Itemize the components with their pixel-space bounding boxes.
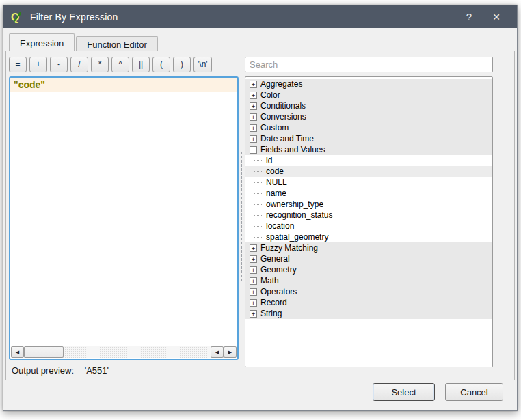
function-tree[interactable]: +Aggregates+Color+Conditionals+Conversio… — [245, 76, 493, 367]
tree-category-row[interactable]: +Conversions — [245, 111, 492, 122]
svg-text:Q: Q — [11, 12, 19, 23]
tree-row-label: name — [266, 188, 286, 199]
function-list-column: +Aggregates+Color+Conditionals+Conversio… — [245, 57, 493, 376]
tree-field-row[interactable]: location — [245, 221, 492, 232]
scrollbar-track[interactable] — [64, 346, 211, 358]
expand-icon[interactable]: + — [250, 266, 257, 274]
op-open-paren-button[interactable]: ( — [152, 57, 170, 72]
expression-editor[interactable]: "code" ◀ ◀ ▶ — [9, 76, 239, 360]
tree-row-label: spatial_geometry — [266, 232, 328, 242]
tree-row-label: Record — [260, 297, 287, 308]
select-button[interactable]: Select — [373, 383, 435, 401]
op-plus-button[interactable]: + — [29, 57, 47, 72]
scroll-left-icon[interactable]: ◀ — [211, 346, 224, 358]
tree-category-row[interactable]: +General — [245, 253, 492, 264]
tree-row-label: location — [266, 221, 294, 232]
tree-category-row[interactable]: +Custom — [245, 122, 492, 133]
tree-row-label: Color — [260, 89, 280, 100]
close-button[interactable]: ✕ — [483, 12, 510, 23]
op-minus-button[interactable]: - — [50, 57, 68, 72]
output-preview: Output preview: 'A551' — [9, 365, 239, 376]
tree-category-row[interactable]: +Math — [245, 275, 492, 286]
expand-icon[interactable]: + — [250, 124, 257, 132]
tree-category-row[interactable]: +Record — [245, 297, 492, 308]
splitter-grip-dots — [241, 151, 243, 281]
op-concat-button[interactable]: || — [132, 57, 150, 72]
tree-row-label: Aggregates — [260, 79, 302, 89]
tree-branch-connector — [254, 171, 263, 172]
tree-category-row[interactable]: +String — [245, 308, 492, 319]
scroll-left-icon[interactable]: ◀ — [11, 346, 24, 358]
expand-icon[interactable]: + — [250, 135, 257, 143]
tree-category-row[interactable]: +Date and Time — [245, 133, 492, 144]
tree-category-row[interactable]: +Geometry — [245, 264, 492, 275]
op-divide-button[interactable]: / — [70, 57, 88, 72]
tree-row-label: Conversions — [260, 111, 306, 122]
tree-row-label: recognition_status — [266, 210, 332, 221]
scrollbar-thumb[interactable] — [24, 346, 64, 358]
expand-icon[interactable]: + — [250, 299, 257, 307]
screen: Q Filter By Expression ? ✕ Expression Fu… — [0, 0, 521, 420]
expand-icon[interactable]: + — [250, 255, 257, 263]
pane-columns: = + - / * ^ || ( ) '\n' — [9, 57, 513, 376]
tree-category-row[interactable]: +Color — [245, 89, 492, 100]
op-equals-button[interactable]: = — [9, 57, 27, 72]
tree-category-row[interactable]: +Aggregates — [245, 79, 492, 89]
window-title: Filter By Expression — [30, 12, 455, 23]
tree-row-label: id — [266, 155, 272, 166]
help-button[interactable]: ? — [455, 11, 483, 23]
op-power-button[interactable]: ^ — [111, 57, 129, 72]
filter-by-expression-dialog: Q Filter By Expression ? ✕ Expression Fu… — [3, 5, 518, 411]
text-caret — [46, 81, 46, 90]
title-bar[interactable]: Q Filter By Expression ? ✕ — [3, 5, 517, 28]
tree-row-label: Geometry — [260, 264, 297, 275]
tree-field-row[interactable]: id — [245, 155, 492, 166]
tree-field-row[interactable]: recognition_status — [245, 210, 492, 221]
tree-field-row[interactable]: name — [245, 188, 492, 199]
tree-branch-connector — [254, 204, 263, 205]
expression-current-line[interactable]: "code" — [10, 78, 237, 92]
tree-row-label: Conditionals — [260, 100, 306, 111]
tree-branch-connector — [254, 237, 263, 238]
tree-branch-connector — [254, 182, 263, 183]
tree-row-label: ownership_type — [266, 199, 323, 210]
help-panel-splitter-handle[interactable] — [493, 57, 499, 376]
editor-horizontal-scrollbar[interactable]: ◀ ◀ ▶ — [11, 346, 237, 358]
op-multiply-button[interactable]: * — [91, 57, 109, 72]
tree-row-label: Math — [260, 275, 279, 286]
search-input[interactable] — [245, 57, 493, 72]
scrollbar-right-buttons: ◀ ▶ — [211, 346, 237, 358]
output-preview-label: Output preview: — [12, 365, 74, 376]
tree-field-row[interactable]: ownership_type — [245, 199, 492, 210]
tree-row-label: Date and Time — [260, 133, 314, 144]
op-close-paren-button[interactable]: ) — [173, 57, 191, 72]
expand-icon[interactable]: + — [250, 277, 257, 285]
tree-field-row[interactable]: NULL — [245, 177, 492, 188]
expand-icon[interactable]: + — [250, 102, 257, 110]
op-newline-button[interactable]: '\n' — [193, 57, 212, 72]
tree-field-row[interactable]: spatial_geometry — [245, 232, 492, 242]
expand-icon[interactable]: + — [250, 244, 257, 252]
tree-category-row[interactable]: +Fuzzy Matching — [245, 242, 492, 253]
output-preview-value: 'A551' — [85, 365, 109, 376]
tree-category-row[interactable]: -Fields and Values — [245, 144, 492, 155]
tab-function-editor[interactable]: Function Editor — [76, 36, 157, 51]
expand-icon[interactable]: + — [250, 310, 257, 318]
expand-icon[interactable]: + — [250, 92, 257, 99]
tree-field-row[interactable]: code — [245, 166, 492, 177]
tree-row-label: Operators — [260, 286, 297, 297]
panel-splitter-handle[interactable] — [239, 57, 245, 376]
tab-expression[interactable]: Expression — [9, 33, 75, 51]
expand-icon[interactable]: + — [250, 81, 257, 88]
tab-bar: Expression Function Editor — [9, 35, 515, 51]
tree-category-row[interactable]: +Operators — [245, 286, 492, 297]
tree-category-row[interactable]: +Conditionals — [245, 100, 492, 111]
expression-column: = + - / * ^ || ( ) '\n' — [9, 57, 239, 376]
expand-icon[interactable]: + — [250, 288, 257, 296]
expand-icon[interactable]: + — [250, 113, 257, 121]
dialog-button-row: Select Cancel — [5, 380, 515, 406]
scroll-right-icon[interactable]: ▶ — [224, 346, 237, 358]
tree-branch-connector — [254, 193, 263, 194]
collapsed-help-panel-area — [499, 57, 513, 376]
collapse-icon[interactable]: - — [250, 146, 257, 154]
